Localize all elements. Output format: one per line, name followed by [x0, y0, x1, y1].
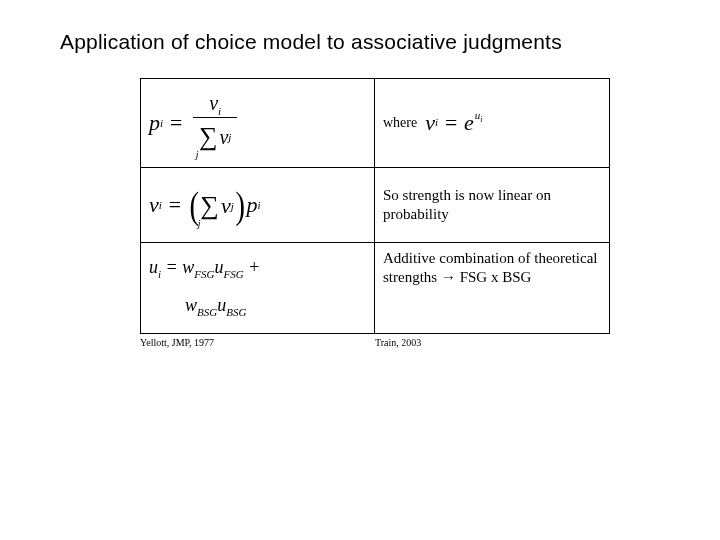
sub-pi2: i	[257, 199, 260, 211]
table-row: vi = ( ∑vj j ) pi So strength is now lin…	[141, 168, 609, 243]
sub-j2: j	[231, 200, 234, 212]
var-e: e	[464, 109, 474, 137]
var-w1: w	[182, 257, 194, 277]
sub-j-den: j	[228, 131, 231, 143]
desc-text-3: Additive combination of theoretical stre…	[383, 249, 601, 287]
equation-table: pi = vi ∑vj j where	[140, 78, 610, 334]
sub-fsg1: FSG	[194, 268, 214, 280]
desc-cell-3: Additive combination of theoretical stre…	[375, 243, 609, 333]
sub-i2: i	[159, 199, 162, 211]
var-v-r: v	[425, 109, 435, 137]
sub-fsg2: FSG	[223, 268, 243, 280]
var-v-num: v	[209, 92, 218, 114]
sub-i: i	[160, 117, 163, 129]
eq-cell-2: vi = ( ∑vj j ) pi	[141, 168, 375, 242]
page-title: Application of choice model to associati…	[60, 30, 660, 54]
desc-cell-2: So strength is now linear on probability	[375, 168, 609, 242]
sub-bsg1: BSG	[197, 306, 217, 318]
where-label: where	[383, 114, 417, 132]
var-p2: p	[246, 192, 257, 218]
var-u3: u	[149, 257, 158, 277]
table-row: pi = vi ∑vj j where	[141, 79, 609, 168]
fraction: vi ∑vj j	[193, 92, 238, 154]
sigma-icon: ∑	[199, 122, 218, 152]
desc-cell-1: where vi = eui	[375, 79, 609, 167]
paren-left-icon: (	[189, 190, 198, 220]
sub-i3: i	[158, 268, 161, 280]
sub-bsg2: BSG	[226, 306, 246, 318]
sigma-icon: ∑	[200, 191, 219, 221]
sub-i-num: i	[218, 105, 221, 117]
table-row: ui = wFSGuFSG + wBSGuBSG Additive combin…	[141, 243, 609, 333]
sup-ui: i	[480, 115, 482, 124]
paren-right-icon: )	[235, 190, 244, 220]
citation-left: Yellott, JMP, 1977	[140, 334, 375, 348]
plus-sign: +	[248, 257, 260, 277]
citation-right: Train, 2003	[375, 334, 610, 348]
var-w2: w	[185, 295, 197, 315]
var-vj2: v	[221, 193, 231, 219]
desc-text-2: So strength is now linear on probability	[383, 186, 601, 224]
var-u3c: u	[217, 295, 226, 315]
eq-cell-3: ui = wFSGuFSG + wBSGuBSG	[141, 243, 375, 333]
slide: Application of choice model to associati…	[0, 0, 720, 540]
var-p: p	[149, 110, 160, 136]
var-v2: v	[149, 192, 159, 218]
citations-row: Yellott, JMP, 1977 Train, 2003	[140, 334, 610, 348]
sub-i-r: i	[435, 116, 438, 130]
eq-cell-1: pi = vi ∑vj j	[141, 79, 375, 167]
